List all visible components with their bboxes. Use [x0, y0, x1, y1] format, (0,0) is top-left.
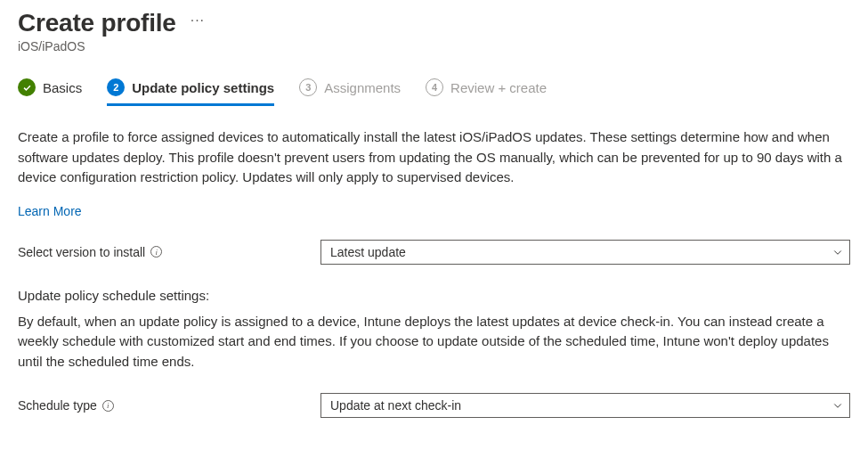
- info-icon[interactable]: i: [150, 246, 162, 258]
- learn-more-link[interactable]: Learn More: [18, 204, 82, 218]
- select-version-dropdown[interactable]: Latest update: [320, 240, 850, 265]
- tab-label: Assignments: [324, 80, 401, 95]
- tab-assignments[interactable]: 3 Assignments: [299, 78, 401, 106]
- page-subtitle: iOS/iPadOS: [18, 39, 850, 53]
- wizard-tabs: Basics 2 Update policy settings 3 Assign…: [18, 78, 850, 106]
- description-text: Create a profile to force assigned devic…: [18, 127, 850, 188]
- tab-label: Basics: [43, 80, 82, 95]
- select-version-label: Select version to install: [18, 245, 145, 259]
- step-number-icon: 2: [107, 78, 125, 96]
- schedule-settings-title: Update policy schedule settings:: [18, 288, 850, 303]
- select-version-value: Latest update: [330, 245, 406, 259]
- tab-update-policy-settings[interactable]: 2 Update policy settings: [107, 78, 274, 106]
- schedule-type-value: Update at next check-in: [330, 398, 461, 413]
- step-number-icon: 3: [299, 78, 317, 96]
- step-number-icon: 4: [426, 78, 443, 96]
- schedule-type-dropdown[interactable]: Update at next check-in: [320, 393, 850, 418]
- more-actions-icon[interactable]: ···: [191, 12, 205, 34]
- tab-review-create[interactable]: 4 Review + create: [426, 78, 547, 106]
- page-title: Create profile: [18, 9, 176, 37]
- checkmark-icon: [18, 78, 36, 96]
- tab-label: Update policy settings: [132, 80, 274, 95]
- schedule-settings-description: By default, when an update policy is ass…: [18, 312, 850, 372]
- tab-label: Review + create: [450, 80, 547, 95]
- schedule-type-label: Schedule type: [18, 398, 97, 413]
- info-icon[interactable]: i: [102, 400, 114, 412]
- tab-basics[interactable]: Basics: [18, 78, 82, 106]
